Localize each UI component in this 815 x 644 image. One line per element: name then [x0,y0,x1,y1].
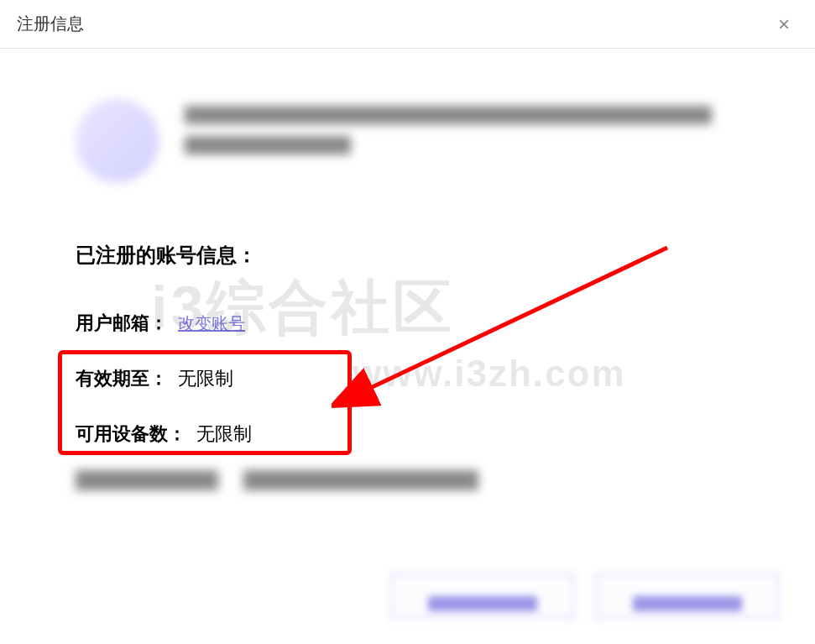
dialog-footer [390,573,780,619]
account-info-section: 已注册的账号信息： 用户邮箱： 改变账号 有效期至： 无限制 可用设备数： 无限… [76,242,739,490]
email-label: 用户邮箱： [76,311,168,336]
blurred-text-chunk [243,470,478,490]
dialog-header: 注册信息 × [0,0,815,49]
footer-button-primary[interactable] [390,573,575,619]
blurred-text-line [185,136,351,154]
footer-button-secondary[interactable] [595,573,780,619]
blurred-button-label [428,596,537,611]
valid-until-row: 有效期至： 无限制 [76,366,739,391]
valid-until-value: 无限制 [178,366,233,391]
close-icon: × [778,13,790,35]
avatar-icon [76,99,159,183]
blurred-button-label [633,596,742,611]
devices-value: 无限制 [196,421,252,447]
avatar-promo-section [76,99,739,183]
promo-text [185,99,739,166]
close-button[interactable]: × [770,11,798,38]
change-account-link[interactable]: 改变账号 [178,312,245,335]
dialog-title: 注册信息 [17,13,84,35]
devices-label: 可用设备数： [76,421,186,447]
blurred-text-line [185,106,712,124]
blurred-text-chunk [76,470,218,490]
email-row: 用户邮箱： 改变账号 [76,311,739,336]
dialog-content: 已注册的账号信息： 用户邮箱： 改变账号 有效期至： 无限制 可用设备数： 无限… [0,49,815,507]
section-heading: 已注册的账号信息： [76,242,739,269]
valid-until-label: 有效期至： [76,366,168,391]
devices-row: 可用设备数： 无限制 [76,421,739,447]
blurred-info-row [76,470,739,490]
